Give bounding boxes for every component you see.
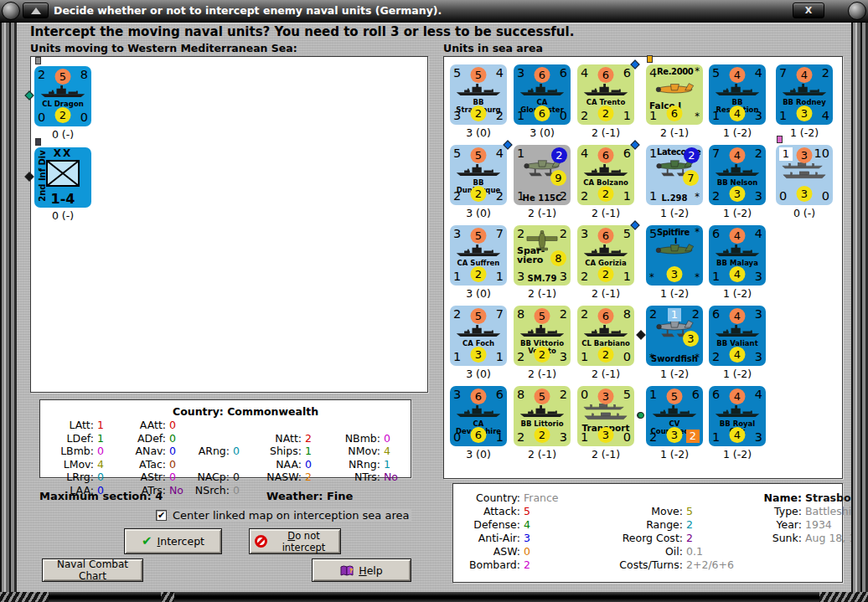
unit-stat-br: 2	[686, 430, 700, 443]
unit-stat-bl: 1	[712, 270, 720, 283]
unit-counter-ca-bolzano[interactable]: 466CA Bolzano2212 (-1)	[577, 145, 634, 224]
unit-stat-bl: 2	[712, 190, 720, 203]
unit-stat-br: 1	[496, 270, 504, 283]
unit-counter-re-2000-falco-i[interactable]: 4Re.2000*Falco I16*2 (-1)	[646, 64, 703, 143]
unit-counter-bb-valiant[interactable]: 643BB Valiant2431 (-2)	[709, 306, 766, 384]
unit-stat-tl: 2	[649, 308, 657, 321]
unit-stat-tr: 2	[551, 147, 567, 163]
unit-stat-bl: 1	[712, 431, 720, 444]
unit-stat-bm: 4	[730, 347, 746, 363]
close-icon: X	[805, 5, 812, 16]
unit-counter-body: 4Re.2000*Falco I16*	[646, 64, 703, 125]
window-titlebar[interactable]: Decide whether or not to intercept enemy…	[0, 0, 868, 23]
center-map-checkbox-label[interactable]: Center linked map on interception sea ar…	[170, 509, 411, 522]
resize-grip-right[interactable]	[819, 592, 868, 602]
unit-stat-tl: 5	[453, 67, 461, 80]
resize-grip-left[interactable]	[0, 592, 49, 602]
svg-text:?: ?	[349, 568, 353, 574]
unit-counter-bb-strasbourg[interactable]: 554BB Strasbourg3223 (0)	[450, 64, 507, 143]
unit-stat-bm: 4	[730, 105, 746, 121]
unit-counter-sparviero-sm-79[interactable]: 22Spar-viero83SM.7932 (-1)	[514, 225, 571, 304]
unit-counter-cv-courageous[interactable]: 156CV Courageous2321 (-2)	[646, 386, 703, 465]
unit-counter-bb-rodney[interactable]: 742BB Rodney1341 (-2)	[776, 64, 833, 143]
do-not-intercept-button[interactable]: Do not intercept	[249, 528, 341, 554]
unit-counter-swordfish[interactable]: 2123*Swordfish*1 (-2)	[646, 306, 703, 384]
unit-caption: 2 (-1)	[514, 287, 571, 300]
unit-counter-spitfire-i[interactable]: 5SpitfireI**3*1 (-2)	[646, 225, 703, 304]
unit-counter-body: 852BB Littorio223	[514, 386, 571, 446]
window-close-button[interactable]: X	[793, 3, 824, 18]
unit-counter-bb-littorio[interactable]: 852BB Littorio2232 (-1)	[514, 386, 571, 465]
unit-counter-transport[interactable]: 035Transport1302 (-1)	[577, 386, 634, 465]
unit-stat-tm: 5	[471, 67, 487, 83]
unit-caption: 0 (-)	[34, 209, 91, 222]
stat-adef: ADef:0	[119, 432, 191, 445]
unit-counter-bb-nelson[interactable]: 742BB Nelson2331 (-2)	[709, 145, 766, 224]
unit-stat-tr: 5	[623, 228, 631, 240]
unit-counter-cl-dragon[interactable]: 258CL Dragon0200 (-)	[34, 66, 91, 145]
unit-stat-bm: 2	[598, 347, 614, 363]
unit-counter-ca-foch[interactable]: 257CA Foch1313 (0)	[450, 306, 507, 384]
detail-asw: ASW:0	[462, 545, 602, 558]
unit-stat-br: 4	[822, 110, 829, 122]
unit-stat-bm: 2	[598, 266, 614, 282]
unit-counter-cl-barbiano[interactable]: 268CL Barbiano1202 (-1)	[577, 306, 634, 384]
unit-counter-body: 554BB Strasbourg322	[450, 64, 507, 125]
unit-counter-he-115c[interactable]: 1291He 115C22 (-1)	[514, 145, 571, 224]
unit-counter-transports[interactable]: 13100300 (-)	[776, 145, 833, 224]
stat-arng: ARng:0	[191, 445, 255, 458]
sea-units-grid: 554BB Strasbourg3223 (0)366CA Gloucester…	[444, 57, 842, 478]
game-window: Decide whether or not to intercept enemy…	[0, 0, 868, 602]
unit-counter-ca-trento[interactable]: 466CA Trento2212 (-1)	[577, 64, 634, 143]
unit-counter-latecoere-l-298[interactable]: 1Latecoere271L.298*1 (-2)	[646, 145, 703, 224]
unit-stat-bm: 2	[535, 427, 550, 443]
unit-stat-tm: 4	[730, 147, 746, 163]
unit-stat-tm: 5	[667, 388, 683, 404]
unit-counter-bb-royal-oak[interactable]: 644BB Royal Oak1431 (-2)	[709, 386, 766, 465]
stat-empty	[191, 419, 255, 432]
unit-stat-tr: 7	[496, 308, 504, 321]
unit-counter-body: 366CA Gloucester160	[514, 64, 571, 125]
unit-counter-body: 644BB Malaya143	[709, 225, 766, 286]
unit-stat-tr: 4	[755, 67, 762, 80]
center-map-checkbox[interactable]: ✔	[156, 510, 167, 521]
stat-nrng: NRng:1	[327, 458, 406, 471]
unit-stat-tl: 3	[517, 67, 524, 80]
transport-silhouette-icon	[780, 161, 829, 183]
stat-nasw: NASW:2	[255, 471, 327, 484]
intercept-button[interactable]: ✔ Intercept	[124, 528, 222, 554]
stat-naa: NAA:0	[255, 458, 327, 471]
unit-counter-bb-resolution[interactable]: 544BB Resolution1431 (-2)	[709, 64, 766, 143]
unit-counter-bb-dunkerque[interactable]: 554BB Dunkerque2223 (0)	[450, 145, 507, 224]
unit-caption: 3 (0)	[450, 126, 507, 139]
unit-counter-bb-malaya[interactable]: 644BB Malaya1431 (-2)	[709, 225, 766, 304]
unit-stat-br: 3	[560, 431, 567, 444]
unit-caption: 2 (-1)	[577, 207, 634, 219]
resize-grip-mid[interactable]	[161, 592, 174, 602]
unit-stat-tm: 5	[55, 69, 71, 85]
unit-counter-body: 268CL Barbiano120	[577, 306, 634, 366]
unit-caption: 1 (-2)	[646, 368, 703, 380]
do-not-intercept-button-label: Do not intercept	[272, 530, 335, 553]
unit-counter-ca-gloucester[interactable]: 366CA Gloucester1603 (0)	[514, 64, 571, 143]
unit-counter-ca-devonshire[interactable]: 366CA Devonshire0613 (0)	[450, 386, 507, 465]
unit-caption: 1 (-2)	[709, 448, 766, 461]
help-button[interactable]: ? Help	[312, 558, 411, 582]
window-shade-button[interactable]	[23, 3, 49, 18]
unit-stat-bl: 1	[779, 110, 787, 122]
infantry-symbol-icon	[46, 160, 80, 190]
unit-counter-2nd-inf-div[interactable]: XX1-42nd Inf Div0 (-)	[34, 147, 91, 226]
unit-counter-bb-vittorio-veneto[interactable]: 852BB Vittorio Veneto2232 (-1)	[514, 306, 571, 384]
sea-units-panel: 554BB Strasbourg3223 (0)366CA Gloucester…	[443, 56, 843, 479]
unit-counter-ca-suffren[interactable]: 357CA Suffren1213 (0)	[450, 225, 507, 304]
window-menu-ball-icon[interactable]	[2, 2, 20, 20]
unit-stat-bm: 4	[730, 266, 746, 282]
unit-counter-ca-gorizia[interactable]: 365CA Gorizia2212 (-1)	[577, 225, 634, 304]
naval-combat-chart-button[interactable]: Naval Combat Chart	[42, 558, 143, 582]
unit-stat-tm: 6	[598, 308, 614, 324]
detail-oil: Oil:0.1	[602, 545, 763, 558]
unit-stat-bl: 3	[453, 110, 461, 122]
unit-stat-br: 2	[496, 190, 504, 203]
unit-stat-bl: 1	[712, 110, 720, 122]
stat-latt: LAtt:1	[45, 419, 119, 432]
